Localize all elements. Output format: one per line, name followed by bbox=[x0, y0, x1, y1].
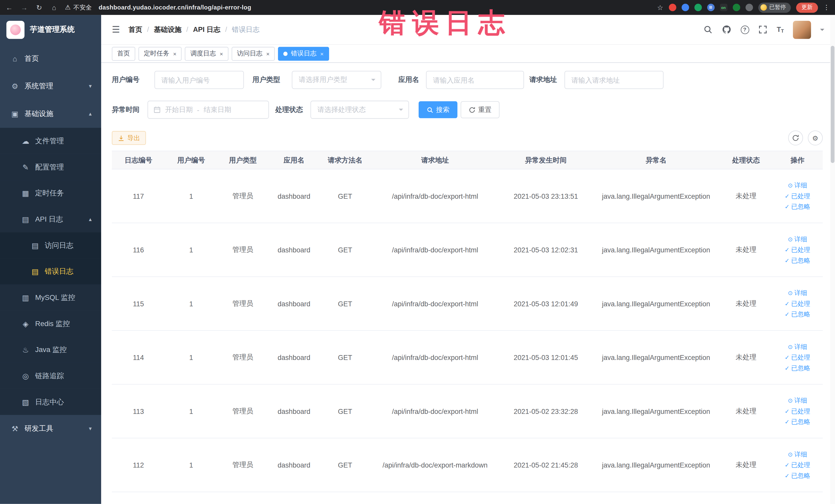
help-icon[interactable]: ? bbox=[740, 25, 749, 34]
search-icon[interactable] bbox=[703, 25, 713, 34]
action-processed-label: 已处理 bbox=[791, 353, 810, 362]
action-ignored[interactable]: ✓已忽略 bbox=[785, 364, 810, 372]
request-url-input[interactable] bbox=[565, 71, 664, 89]
sidebar-item-java-monitor[interactable]: ♨Java 监控 bbox=[0, 337, 101, 363]
extension-grid-icon[interactable]: ⊞ bbox=[707, 4, 714, 11]
extension-red-icon[interactable] bbox=[669, 4, 676, 11]
sidebar-menu: ⌂首页⚙系统管理▼▣基础设施▲☁文件管理✎配置管理▦定时任务▤API 日志▲▤访… bbox=[0, 45, 101, 504]
address-bar[interactable]: dashboard.yudao.iocoder.cn/infra/log/api… bbox=[99, 4, 251, 11]
security-indicator[interactable]: ⚠ 不安全 bbox=[65, 3, 91, 11]
extension-blue-icon[interactable] bbox=[681, 4, 689, 11]
github-icon[interactable] bbox=[722, 25, 731, 34]
extension-green-icon[interactable] bbox=[694, 4, 701, 11]
header-actions: ? TT bbox=[703, 21, 824, 39]
browser-menu-icon[interactable]: ⋮ bbox=[823, 4, 830, 11]
sidebar-item-access-log[interactable]: ▤访问日志 bbox=[0, 233, 101, 259]
action-ignored[interactable]: ✓已忽略 bbox=[785, 202, 810, 211]
update-button[interactable]: 更新 bbox=[796, 2, 818, 12]
extension-puzzle-icon[interactable] bbox=[745, 4, 753, 11]
action-ignored[interactable]: ✓已忽略 bbox=[785, 310, 810, 319]
action-processed-icon: ✓ bbox=[785, 354, 790, 361]
table-header-cell: 处理状态 bbox=[720, 151, 772, 169]
process-status-select[interactable]: 请选择处理状态 bbox=[310, 101, 409, 119]
tab-schedule-log[interactable]: 调度日志× bbox=[185, 47, 228, 61]
sidebar-item-log-center[interactable]: ▧日志中心 bbox=[0, 389, 101, 415]
sidebar-item-dev-tools[interactable]: ⚒研发工具▼ bbox=[0, 415, 101, 443]
action-detail[interactable]: ⊙详细 bbox=[788, 396, 807, 405]
app-name-input[interactable] bbox=[426, 71, 524, 89]
trace-icon: ◎ bbox=[21, 371, 30, 380]
bookmark-star-icon[interactable]: ☆ bbox=[657, 3, 663, 11]
breadcrumb-item[interactable]: 基础设施 bbox=[154, 25, 182, 34]
chevron-down-icon[interactable] bbox=[820, 28, 824, 33]
cell-app-name: dashboard bbox=[268, 385, 320, 438]
sidebar-logo-row[interactable]: 芋道管理系统 bbox=[0, 15, 101, 45]
exception-time-range-picker[interactable]: 开始日期 - 结束日期 bbox=[148, 101, 269, 119]
extension-leaf-icon[interactable] bbox=[733, 4, 740, 11]
breadcrumb-item[interactable]: API 日志 bbox=[193, 25, 220, 34]
table-header: 日志编号用户编号用户类型应用名请求方法名请求地址异常发生时间异常名处理状态操作 bbox=[112, 151, 823, 169]
browser-home-icon[interactable]: ⌂ bbox=[50, 3, 58, 11]
close-icon[interactable]: × bbox=[266, 50, 269, 57]
cell-status: 未处理 bbox=[720, 223, 772, 276]
sidebar-item-config-management[interactable]: ✎配置管理 bbox=[0, 154, 101, 180]
export-button[interactable]: 导出 bbox=[112, 131, 146, 145]
api-log-icon: ▤ bbox=[21, 215, 30, 223]
reset-button[interactable]: 重置 bbox=[461, 101, 500, 118]
action-processed[interactable]: ✓已处理 bbox=[785, 245, 810, 254]
column-settings-button[interactable]: ⚙ bbox=[808, 130, 823, 145]
action-processed[interactable]: ✓已处理 bbox=[785, 299, 810, 308]
browser-reload-icon[interactable]: ↻ bbox=[35, 3, 43, 11]
action-detail[interactable]: ⊙详细 bbox=[788, 288, 807, 297]
sidebar-item-system-management[interactable]: ⚙系统管理▼ bbox=[0, 73, 101, 100]
action-detail[interactable]: ⊙详细 bbox=[788, 342, 807, 351]
scrollbar-thumb[interactable] bbox=[831, 46, 834, 163]
sidebar-item-home[interactable]: ⌂首页 bbox=[0, 45, 101, 73]
tab-label: 定时任务 bbox=[144, 49, 169, 58]
tab-scheduled-tasks[interactable]: 定时任务× bbox=[138, 47, 182, 61]
action-detail[interactable]: ⊙详细 bbox=[788, 235, 807, 244]
tab-home[interactable]: 首页 bbox=[112, 47, 135, 61]
action-ignored[interactable]: ✓已忽略 bbox=[785, 417, 810, 426]
browser-back-icon[interactable]: ← bbox=[5, 3, 13, 11]
sidebar-item-trace[interactable]: ◎链路追踪 bbox=[0, 363, 101, 389]
action-processed[interactable]: ✓已处理 bbox=[785, 460, 810, 469]
refresh-table-button[interactable] bbox=[788, 130, 803, 145]
close-icon[interactable]: × bbox=[173, 50, 176, 57]
breadcrumb-item[interactable]: 首页 bbox=[128, 25, 142, 34]
fullscreen-icon[interactable] bbox=[758, 25, 768, 34]
action-ignored[interactable]: ✓已忽略 bbox=[785, 471, 810, 480]
extension-on-icon[interactable]: on bbox=[720, 4, 727, 11]
sidebar-item-error-log[interactable]: ▤错误日志 bbox=[0, 258, 101, 284]
close-icon[interactable]: × bbox=[320, 50, 323, 57]
action-processed[interactable]: ✓已处理 bbox=[785, 353, 810, 362]
tab-error-log[interactable]: 错误日志× bbox=[278, 47, 329, 61]
emoji-icon bbox=[760, 4, 767, 11]
user-id-input[interactable] bbox=[155, 71, 244, 89]
sidebar-item-infrastructure[interactable]: ▣基础设施▲ bbox=[0, 100, 101, 128]
row-actions: ⊙详细✓已处理✓已忽略 bbox=[772, 223, 823, 276]
action-processed[interactable]: ✓已处理 bbox=[785, 191, 810, 201]
search-button[interactable]: 搜索 bbox=[419, 101, 457, 118]
sidebar-item-scheduled-tasks[interactable]: ▦定时任务 bbox=[0, 180, 101, 206]
action-ignored[interactable]: ✓已忽略 bbox=[785, 256, 810, 265]
sidebar-item-mysql-monitor[interactable]: ▥MySQL 监控 bbox=[0, 284, 101, 311]
sidebar-item-redis-monitor[interactable]: ◈Redis 监控 bbox=[0, 310, 101, 337]
browser-forward-icon[interactable]: → bbox=[20, 3, 28, 11]
action-detail[interactable]: ⊙详细 bbox=[788, 181, 807, 190]
font-size-icon[interactable]: TT bbox=[777, 26, 784, 34]
close-icon[interactable]: × bbox=[220, 50, 223, 57]
sidebar-item-file-management[interactable]: ☁文件管理 bbox=[0, 128, 101, 154]
java-icon: ♨ bbox=[21, 345, 30, 354]
action-processed[interactable]: ✓已处理 bbox=[785, 407, 810, 416]
tab-access-log[interactable]: 访问日志× bbox=[231, 47, 275, 61]
export-button-label: 导出 bbox=[127, 134, 140, 142]
scrollbar[interactable] bbox=[830, 15, 835, 504]
action-detail[interactable]: ⊙详细 bbox=[788, 450, 807, 459]
user-avatar[interactable] bbox=[793, 21, 811, 39]
sidebar-toggle-icon[interactable]: ☰ bbox=[112, 24, 120, 35]
sidebar-item-api-log[interactable]: ▤API 日志▲ bbox=[0, 206, 101, 233]
paused-badge[interactable]: 已暂停 bbox=[758, 2, 791, 12]
user-type-select[interactable]: 请选择用户类型 bbox=[292, 71, 382, 89]
security-label: 不安全 bbox=[74, 3, 92, 11]
